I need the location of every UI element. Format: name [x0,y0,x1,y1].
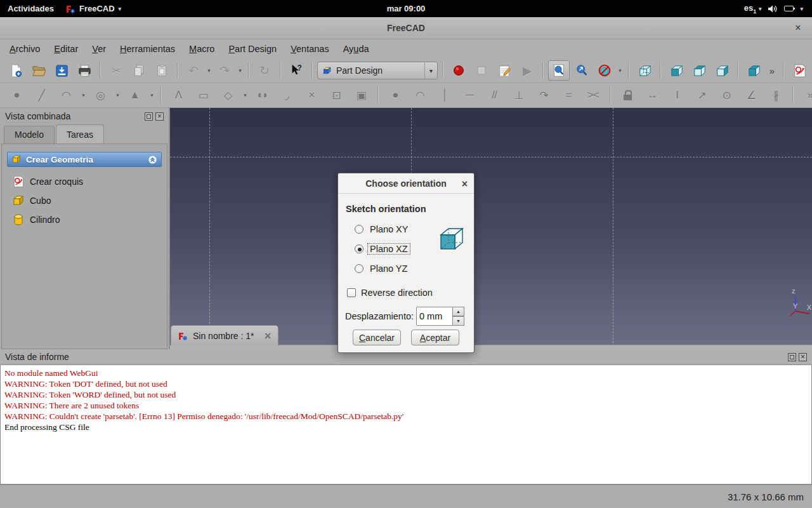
sketch-circle-icon[interactable]: ◎ [89,85,112,105]
task-group-header[interactable]: Crear Geometria [7,152,162,167]
macro-stop-button[interactable] [471,60,492,81]
workbench-selector[interactable]: Part Design [317,62,438,79]
radio-plano-xz[interactable]: Plano XZ [355,239,410,258]
dropdown-icon[interactable]: ▾ [148,85,155,105]
document-tab[interactable]: Sin nombre : 1* [171,325,278,345]
constraint-vertical-icon[interactable]: │ [433,85,456,105]
menu-item[interactable]: Part Design [221,41,284,57]
document-tab-close-icon[interactable] [264,331,272,341]
ok-button[interactable]: Aceptar [411,330,459,345]
sketch-polyline-icon[interactable]: Λ [167,85,190,105]
radio-plano-xy[interactable]: Plano XY [355,219,410,239]
toolbar-overflow-icon[interactable]: » [799,85,812,105]
fit-all-button[interactable] [548,60,570,81]
constraint-angle-icon[interactable]: ∠ [740,85,763,105]
dialog-close-icon[interactable] [462,178,468,190]
panel-float-icon[interactable] [788,353,796,361]
toolbar-overflow-icon[interactable] [766,65,778,76]
menu-item[interactable]: Herramientas [113,41,182,57]
reverse-direction-checkbox[interactable]: Reverse direction [347,288,433,298]
sketch-slot-icon[interactable]: ◖◗ [251,85,273,105]
macro-record-button[interactable] [448,60,469,81]
constraint-lock-icon[interactable] [616,85,639,105]
volume-icon[interactable] [768,4,778,13]
save-button[interactable] [51,60,72,81]
3d-viewport[interactable]: z Y X Sin nombre : 1* [169,108,812,349]
undo-button[interactable]: ↶ [183,60,204,81]
sketch-point-icon[interactable]: ● [5,85,28,105]
radio-plano-yz[interactable]: Plano YZ [355,258,410,278]
dropdown-icon[interactable]: ▾ [79,85,87,105]
refresh-button[interactable]: ↻ [254,60,275,81]
input-source-indicator[interactable]: es1 ▾ [744,3,762,15]
new-sketch-button[interactable] [789,60,810,81]
menu-item[interactable]: Ventanas [284,41,336,57]
activities-button[interactable]: Actividades [8,4,54,13]
task-item-cilindro[interactable]: Cilindro [2,210,167,229]
panel-close-icon[interactable] [155,112,164,121]
view-right-button[interactable] [711,60,733,81]
task-item-crear-croquis[interactable]: Crear croquis [2,172,167,191]
battery-icon[interactable] [784,6,794,11]
constraint-radius-icon[interactable]: ⊙ [715,85,738,105]
constraint-vertical-distance-icon[interactable]: I [665,85,688,105]
sketch-conic-icon[interactable]: ▲ [123,85,146,105]
report-view-log[interactable]: No module named WebGuiWARNING: Token 'DO… [0,364,812,485]
view-axonometric-button[interactable] [634,60,655,81]
window-close-icon[interactable] [792,22,804,34]
cancel-button[interactable]: Cancelar [353,330,401,345]
sketch-rectangle-icon[interactable]: ▭ [192,85,214,105]
sketch-external-geometry-icon[interactable]: ⊡ [325,85,348,105]
spin-down-icon[interactable] [453,316,464,326]
cut-button[interactable]: ✂ [105,60,127,81]
constraint-coincident-icon[interactable]: ● [384,85,407,105]
constraint-parallel-icon[interactable]: // [483,85,506,105]
panel-close-icon[interactable] [799,353,807,361]
menu-item[interactable]: Ver [85,41,113,57]
tab-modelo[interactable]: Modelo [4,126,55,144]
menu-item[interactable]: Ayuda [336,41,376,57]
view-isometric-button[interactable] [743,60,764,81]
menu-item[interactable]: Archivo [3,41,47,57]
dropdown-icon[interactable]: ▾ [114,85,121,105]
offset-value-field[interactable]: 0 mm [416,307,453,326]
draw-style-button[interactable] [594,60,615,81]
fit-selection-button[interactable] [571,60,593,81]
sketch-line-icon[interactable]: ╱ [30,85,53,105]
redo-dropdown-icon[interactable] [237,67,244,74]
constraint-equal-icon[interactable]: = [557,85,580,105]
sketch-trim-icon[interactable]: × [300,85,323,105]
constraint-snell-icon[interactable]: ∦ [764,85,787,105]
new-document-button[interactable] [5,60,27,81]
macro-edit-button[interactable] [494,60,515,81]
print-button[interactable] [74,60,95,81]
sketch-polygon-icon[interactable]: ◇ [216,85,239,105]
tab-tareas[interactable]: Tareas [56,124,104,144]
constraint-perpendicular-icon[interactable]: ⊥ [508,85,530,105]
draw-style-dropdown-icon[interactable] [617,67,624,74]
constraint-point-on-object-icon[interactable]: ◠ [409,85,431,105]
sketch-carbon-copy-icon[interactable]: ▣ [350,85,372,105]
constraint-distance-icon[interactable]: ↗ [690,85,713,105]
dialog-title-bar[interactable]: Choose orientation [338,173,474,194]
task-item-cubo[interactable]: Cubo [2,191,167,210]
constraint-symmetric-icon[interactable]: >< [582,85,605,105]
dropdown-icon[interactable]: ▾ [241,85,249,105]
undo-dropdown-icon[interactable] [206,67,213,74]
collapse-icon[interactable] [148,155,157,164]
paste-button[interactable] [151,60,173,81]
chevron-down-icon[interactable]: ▾ [800,6,803,12]
copy-button[interactable] [128,60,150,81]
sketch-arc-icon[interactable]: ◠ [55,85,77,105]
panel-float-icon[interactable] [145,112,153,121]
spin-up-icon[interactable] [453,307,464,316]
sketch-fillet-icon[interactable]: ◞ [275,85,298,105]
view-front-button[interactable] [665,60,687,81]
whats-this-button[interactable]: ? [285,60,307,81]
clock[interactable]: mar 09:00 [0,4,812,13]
constraint-tangent-icon[interactable]: ↷ [532,85,555,105]
workbench-dropdown-icon[interactable] [424,62,433,79]
menu-item[interactable]: Macro [182,41,221,57]
constraint-horizontal-distance-icon[interactable]: ↔ [641,85,664,105]
constraint-horizontal-icon[interactable]: ─ [458,85,481,105]
